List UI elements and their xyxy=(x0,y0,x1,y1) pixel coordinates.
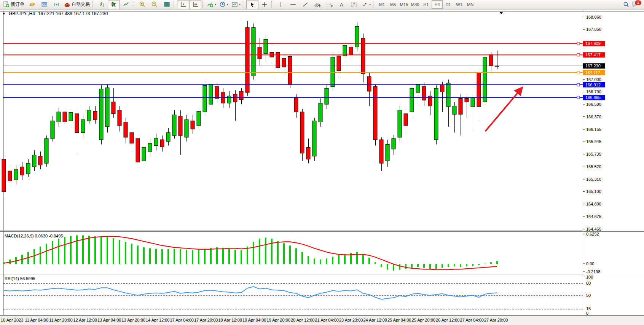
equidistant-channel-button[interactable]: E xyxy=(311,0,324,9)
candle xyxy=(81,119,85,132)
candle xyxy=(14,169,18,180)
candle xyxy=(118,110,121,126)
symbol-period-label: GBPJPY-,H4 xyxy=(9,11,35,16)
signal-icon xyxy=(53,1,60,8)
line-handle[interactable] xyxy=(577,71,580,74)
dropdown-arrow-icon: ▾ xyxy=(215,3,216,6)
auto-trading-button[interactable]: 自动交易 xyxy=(62,0,91,9)
timeframe-button-H4[interactable]: H4 xyxy=(432,0,443,9)
ohlc-values: 167.221 167.489 167.173 167.230 xyxy=(38,11,108,16)
price-tick-label: 167.850 xyxy=(586,27,601,32)
price-badge-label: 167.417 xyxy=(585,53,601,57)
line-chart-button[interactable] xyxy=(120,0,132,9)
zoom-in-button[interactable] xyxy=(136,0,148,9)
auto-trading-icon xyxy=(64,1,70,8)
chart-shift-button[interactable] xyxy=(177,0,189,9)
line-handle[interactable] xyxy=(577,96,580,99)
trendline-button[interactable] xyxy=(299,0,311,9)
cursor-button[interactable] xyxy=(246,0,258,9)
time-axis-label: 25 Apr 20:00 xyxy=(412,318,435,322)
candle xyxy=(185,119,188,137)
text-label-button[interactable]: T xyxy=(348,0,360,9)
candle xyxy=(112,102,115,114)
timeframe-button-W1[interactable]: W1 xyxy=(454,0,465,9)
line-handle[interactable] xyxy=(577,83,580,86)
new-order-icon xyxy=(3,1,10,8)
timeframe-button-MN[interactable]: MN xyxy=(465,0,476,9)
candle xyxy=(191,121,194,129)
timeframe-toolbar: M1M5M15M30H1H4D1W1MN xyxy=(376,0,476,9)
time-axis-label: 24 Apr 12:00 xyxy=(363,318,387,322)
periods-icon xyxy=(219,1,226,8)
auto-scroll-button[interactable] xyxy=(189,0,201,9)
zoom-out-button[interactable] xyxy=(148,0,161,9)
candle xyxy=(172,115,176,135)
candle xyxy=(331,57,335,87)
svg-text:E: E xyxy=(319,5,321,8)
chart-canvas[interactable]: 168.060167.850167.000166.790166.580166.3… xyxy=(0,9,644,325)
line-chart-icon xyxy=(123,1,129,8)
candle xyxy=(69,113,73,121)
timeframe-button-M5[interactable]: M5 xyxy=(387,0,399,9)
timeframe-button-H1[interactable]: H1 xyxy=(421,0,432,9)
fibonacci-button[interactable]: F xyxy=(324,0,336,9)
timeframe-button-D1[interactable]: D1 xyxy=(443,0,454,9)
text-button[interactable]: A xyxy=(336,0,348,9)
candle xyxy=(306,147,310,159)
chart-window[interactable]: 168.060167.850167.000166.790166.580166.3… xyxy=(0,9,644,325)
candle xyxy=(471,98,475,107)
candle xyxy=(300,112,304,153)
price-badge-label: 167.230 xyxy=(585,64,601,68)
arrows-tool-button[interactable]: ▾ xyxy=(360,0,372,9)
bar-chart-icon xyxy=(99,1,105,8)
periods-button[interactable]: ▾ xyxy=(218,0,230,9)
indicators-button[interactable]: ▾ xyxy=(206,0,218,9)
chart-background xyxy=(0,9,644,325)
search-icon[interactable] xyxy=(623,1,630,8)
main-toolbar: 新订单 自动交易 xyxy=(0,0,644,9)
candle xyxy=(483,57,487,102)
price-tick-label: 168.060 xyxy=(586,15,601,19)
timeframe-button-M30[interactable]: M30 xyxy=(410,0,421,9)
toolbar-separator xyxy=(271,1,274,8)
svg-text:A: A xyxy=(340,2,343,8)
price-tick-label: 165.100 xyxy=(586,189,601,194)
market-watch-button[interactable] xyxy=(26,0,38,9)
candle xyxy=(209,84,213,104)
zoom-out-icon xyxy=(151,1,158,8)
bar-chart-button[interactable] xyxy=(96,0,108,9)
candle xyxy=(179,116,182,135)
vertical-line-button[interactable] xyxy=(275,0,287,9)
new-order-button[interactable]: 新订单 xyxy=(2,0,26,9)
market-watch-icon xyxy=(29,1,35,8)
templates-button[interactable]: ▾ xyxy=(230,0,242,9)
open-chart-button[interactable] xyxy=(38,0,50,9)
candle xyxy=(446,83,450,107)
expand-arrow-icon[interactable]: ▼ xyxy=(2,12,6,16)
line-handle[interactable] xyxy=(577,42,580,45)
candle xyxy=(489,55,493,66)
candle xyxy=(404,114,408,126)
line-handle[interactable] xyxy=(577,54,580,56)
candle xyxy=(440,85,444,92)
candlestick-chart-button[interactable] xyxy=(108,0,120,9)
candle xyxy=(252,27,255,76)
time-axis-label: 12 Apr 12:00 xyxy=(73,318,97,322)
candle xyxy=(136,139,140,162)
timeframe-button-M15[interactable]: M15 xyxy=(399,0,410,9)
crosshair-button[interactable] xyxy=(258,0,271,9)
svg-text:T: T xyxy=(353,3,355,7)
candle xyxy=(422,87,426,100)
notifications-button[interactable]: 1 xyxy=(632,1,640,8)
time-axis-label: 11 Apr 20:00 xyxy=(49,318,73,322)
candle xyxy=(386,144,389,161)
tile-windows-button[interactable] xyxy=(161,0,173,9)
price-badge-label: 166.695 xyxy=(585,95,601,100)
toolbar-separator xyxy=(202,1,205,8)
toolbar-separator xyxy=(92,1,95,8)
time-axis-label: 13 Apr 04:00 xyxy=(97,318,121,322)
candle xyxy=(93,112,97,120)
signals-button[interactable] xyxy=(50,0,62,9)
horizontal-line-button[interactable] xyxy=(287,0,299,9)
timeframe-button-M1[interactable]: M1 xyxy=(376,0,387,9)
